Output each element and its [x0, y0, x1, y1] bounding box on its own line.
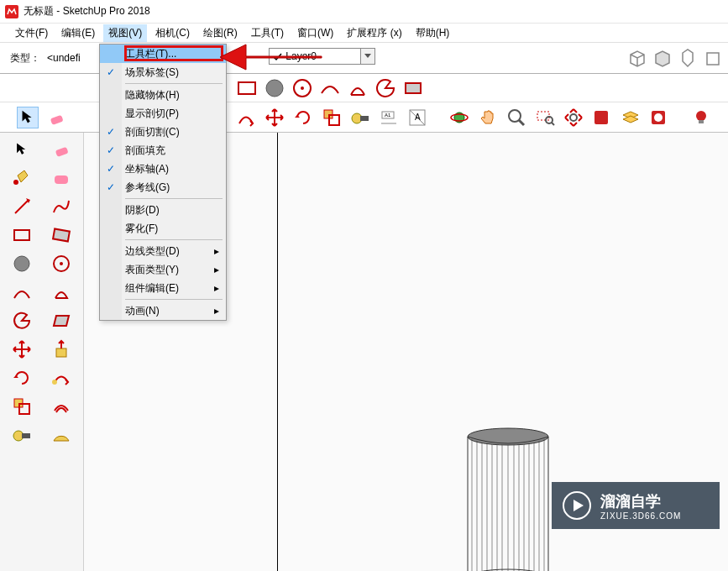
layer-dropdown-button[interactable]: [360, 48, 375, 65]
pushpull-tool[interactable]: [43, 336, 81, 363]
select-tool[interactable]: [3, 136, 41, 163]
scale-icon[interactable]: [321, 107, 343, 128]
arc2-icon[interactable]: [346, 76, 369, 100]
watermark: 溜溜自学 ZIXUE.3D66.COM: [552, 482, 720, 529]
paintbucket-tool[interactable]: [3, 165, 41, 191]
menu-window[interactable]: 窗口(W): [292, 24, 338, 42]
move-tool[interactable]: [3, 336, 41, 363]
svg-point-27: [570, 114, 577, 121]
text-icon[interactable]: A: [406, 107, 428, 128]
menu-scene-tabs[interactable]: ✓场景标签(S): [100, 63, 226, 81]
polygon-tool[interactable]: [43, 250, 81, 277]
menu-guides[interactable]: ✓参考线(G): [100, 178, 226, 196]
watermark-url: ZIXUE.3D66.COM: [600, 511, 681, 521]
rotate-icon[interactable]: [292, 107, 314, 128]
layer-combo[interactable]: Layer0: [269, 48, 361, 65]
pan-icon[interactable]: [477, 107, 499, 128]
axis-line: [277, 133, 278, 571]
menu-help[interactable]: 帮助(H): [411, 24, 455, 42]
rectangle-icon[interactable]: [235, 76, 259, 100]
svg-point-5: [301, 86, 304, 90]
rect-fill-icon[interactable]: [401, 76, 425, 100]
pie-tool[interactable]: [3, 307, 41, 334]
menu-view[interactable]: 视图(V): [103, 24, 147, 42]
svg-line-26: [552, 123, 554, 125]
circle-tool[interactable]: [3, 250, 41, 277]
pie-icon[interactable]: [374, 76, 397, 100]
svg-rect-8: [50, 114, 64, 124]
rotate-tool[interactable]: [3, 364, 41, 391]
tape-icon[interactable]: [349, 107, 371, 128]
rectangle-tool[interactable]: [3, 222, 41, 249]
zoom-extents-icon[interactable]: [563, 107, 584, 128]
menu-extensions[interactable]: 扩展程序 (x): [342, 24, 406, 42]
menu-file[interactable]: 文件(F): [10, 24, 53, 42]
menu-shadows[interactable]: 阴影(D): [100, 201, 226, 219]
menu-hidden-geometry[interactable]: 隐藏物体(H): [100, 86, 226, 104]
cylinder-model: [462, 427, 554, 571]
sketchup-logo-icon: [5, 5, 18, 18]
eraser2-tool[interactable]: [43, 165, 81, 191]
layer-selector[interactable]: Layer0: [269, 48, 375, 65]
arc-icon[interactable]: [318, 76, 342, 100]
menu-section-planes[interactable]: 显示剖切(P): [100, 104, 226, 123]
iso-view-icon[interactable]: [626, 46, 649, 70]
menubar: 文件(F) 编辑(E) 视图(V) 相机(C) 绘图(R) 工具(T) 窗口(W…: [0, 24, 728, 42]
dimension-icon[interactable]: A1: [378, 107, 400, 128]
menu-camera[interactable]: 相机(C): [150, 24, 195, 42]
scale-tool[interactable]: [3, 393, 41, 420]
svg-rect-2: [238, 82, 255, 94]
followme2-tool[interactable]: [43, 364, 81, 391]
eraser-icon[interactable]: [45, 107, 67, 128]
select-arrow-icon[interactable]: [17, 107, 39, 128]
catalog-icon[interactable]: [591, 107, 613, 128]
line-tool[interactable]: [3, 193, 41, 220]
protractor-tool[interactable]: [43, 422, 81, 448]
svg-point-39: [14, 256, 29, 271]
type-combo[interactable]: <undefi: [44, 50, 94, 65]
menu-tools[interactable]: 工具(T): [246, 24, 289, 42]
arc-tool[interactable]: [3, 279, 41, 306]
menu-component-edit[interactable]: 组件编辑(E)▸: [100, 279, 226, 297]
check-icon: ✓: [107, 66, 115, 78]
freehand-tool[interactable]: [43, 193, 81, 220]
menu-section-cuts[interactable]: ✓剖面切割(C): [100, 123, 226, 141]
svg-rect-13: [360, 116, 369, 121]
menu-section-fill[interactable]: ✓剖面填充: [100, 141, 226, 160]
check-icon: ✓: [107, 126, 115, 138]
layers-icon[interactable]: [620, 107, 642, 128]
back-view-icon[interactable]: [701, 46, 725, 70]
menu-face-style[interactable]: 表面类型(Y)▸: [100, 260, 226, 279]
menu-animation[interactable]: 动画(N)▸: [100, 301, 226, 320]
zoom-icon[interactable]: [505, 107, 527, 128]
tool-palette: [0, 133, 84, 571]
menu-edge-style[interactable]: 边线类型(D)▸: [100, 242, 226, 260]
svg-rect-24: [537, 112, 549, 120]
svg-point-43: [52, 380, 57, 385]
warehouse-icon[interactable]: [648, 107, 670, 128]
tape-tool[interactable]: [3, 422, 41, 448]
svg-point-31: [696, 111, 706, 121]
parallelogram-tool[interactable]: [43, 307, 81, 334]
lightbulb-icon[interactable]: [690, 107, 712, 128]
svg-point-30: [654, 113, 663, 122]
menu-fog[interactable]: 雾化(F): [100, 219, 226, 238]
submenu-arrow-icon: ▸: [214, 245, 219, 257]
circle-icon[interactable]: [263, 76, 286, 100]
move-icon[interactable]: [264, 107, 285, 128]
menu-axes[interactable]: ✓坐标轴(A): [100, 160, 226, 178]
eraser-tool[interactable]: [43, 136, 81, 163]
followme-icon[interactable]: [235, 107, 257, 128]
polygon-icon[interactable]: [291, 76, 314, 100]
check-icon: ✓: [107, 144, 115, 156]
rotated-rect-tool[interactable]: [43, 222, 81, 249]
orbit-icon[interactable]: [448, 107, 470, 128]
offset-tool[interactable]: [43, 393, 81, 420]
top-view-icon[interactable]: [651, 46, 674, 70]
front-view-icon[interactable]: [676, 46, 699, 70]
arc2-tool[interactable]: [43, 279, 81, 306]
menu-edit[interactable]: 编辑(E): [56, 24, 100, 42]
menu-toolbars[interactable]: 工具栏(T)...: [100, 45, 226, 63]
zoom-window-icon[interactable]: [534, 107, 556, 128]
menu-draw[interactable]: 绘图(R): [198, 24, 243, 42]
